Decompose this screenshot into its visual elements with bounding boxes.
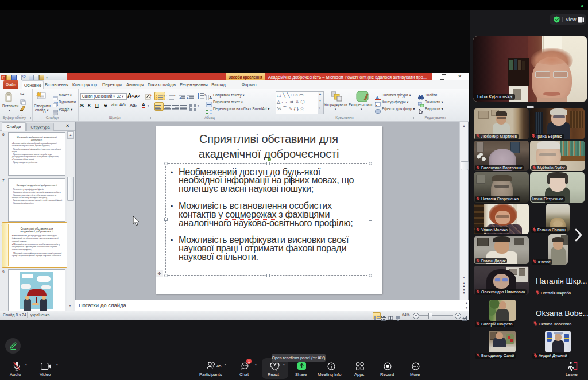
svg-text:2: 2 [166,98,168,100]
svg-text:1: 1 [166,94,168,97]
